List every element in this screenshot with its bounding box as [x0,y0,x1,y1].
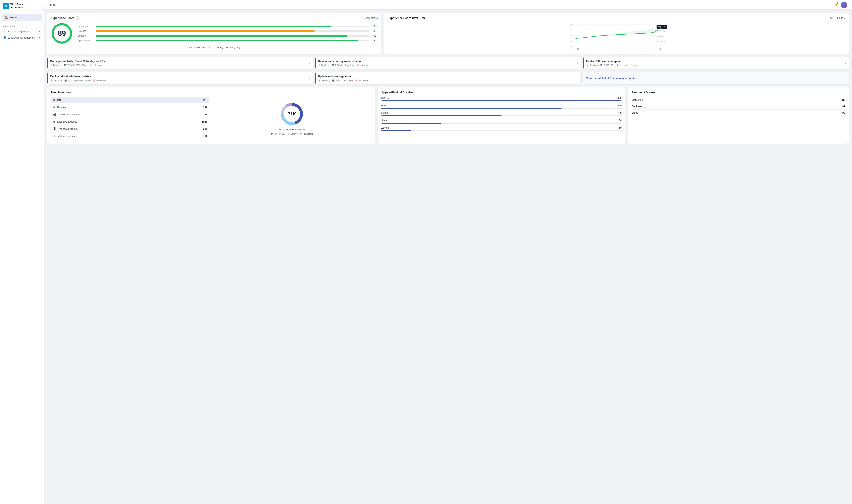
sidebar-item-employee-engagement[interactable]: 👤 Employee Engagement ▾ [0,35,44,41]
experience-score-info-icon[interactable]: i [76,16,79,20]
donut-center-label: 71K [288,111,296,116]
notification-icon[interactable]: 🔔 [834,3,838,6]
fleet-mgmt-chevron: ▾ [39,30,41,33]
action-tag-0c-icon: 📈 [90,64,92,67]
action-card-4[interactable]: Update antivirus signature 🔒Security 💻2,… [315,72,580,85]
sidebar: hp WorkforceExperience 🏠 Home Modules 🖥 … [0,0,44,504]
action-tag-2b-icon: 💻 [600,64,603,67]
crash-row-1: Edge 300 [381,104,622,109]
experience-score-header: Experience Score i View details [51,16,378,20]
employee-eng-chevron: ▾ [39,36,41,39]
action-card-2[interactable]: Enable BitLocker encryption 🔒Devices 💻9,… [583,57,849,69]
action-arrow-4: › [577,77,577,79]
svg-text:20: 20 [570,46,572,48]
time-range-dropdown[interactable]: Last 24 hours ▾ [829,17,845,19]
hp-logo-icon: hp [3,3,9,9]
fleet-item-0[interactable]: 🖥 PCs 71K [51,97,209,103]
crashes-title: Apps with Most Crashes [381,91,414,94]
breadcrumb: Home [49,3,56,6]
dropdown-chevron: ▾ [844,17,845,19]
fleet-item-2[interactable]: 📹 Conference devices 5k [51,111,209,118]
action-card-1[interactable]: Review early battery wear detection 🖥Dev… [315,57,581,69]
svg-text:3/30: 3/30 [575,48,579,50]
action-title-3: Deploy critical Windows updates [50,75,310,78]
experience-score-card: Experience Score i View details 89 [47,13,381,54]
logo-area: hp WorkforceExperience [0,0,44,12]
crash-label-0: MS Excel [381,97,392,100]
sidebar-collapse-button[interactable]: ‹ [41,4,46,9]
action-title-2: Enable BitLocker encryption [586,59,846,62]
action-card-0[interactable]: Boost productivity: Smart Refresh your P… [47,57,313,69]
donut-lenovo-dot [288,133,290,134]
home-icon: 🏠 [5,16,8,19]
fleet-list: 🖥 PCs 71K 🖨 Printers 2.9k [51,97,209,140]
score-body: 89 Sentiment 86 › Device [51,22,378,44]
score-bars: Sentiment 86 › Devices 8 [78,25,378,42]
fleet-item-5[interactable]: ☁️ Virtual machines 12 [51,133,209,139]
fleet-mgmt-label: Fleet Management [7,30,29,33]
action-tag-4c-icon: 📈 [356,79,359,82]
donut-legend: HP Dell Lenovo [271,132,313,135]
sentiment-row-0: Marketing 86 [631,97,845,103]
action-tag-3c-icon: 📈 [93,79,96,82]
score-bar-security: Security 92 › [78,34,378,37]
fleet-title: Fleet Inventory [51,91,71,94]
score-over-time-header: Experience Score Over Time Last 24 hours… [388,16,846,20]
action-arrow-0: › [309,61,310,65]
svg-text:Fair (60-79): Fair (60-79) [656,35,665,37]
action-meta-4: 🔒Security 💻2,875 | 4% of fleet 📈+ 2 scor… [318,79,577,82]
security-arrow[interactable]: › [377,35,378,37]
sentiment-row-1: Engineering 92 [631,103,845,110]
sidebar-home-label: Home [10,16,17,19]
actions-row-2: Deploy critical Windows updates 🔒Securit… [47,72,849,85]
sidebar-item-fleet-management[interactable]: 🖥 Fleet Management ▾ [0,29,44,35]
sentiment-list: Marketing 86 Engineering 92 Sales 80 [631,97,845,116]
crash-row-3: Slack 100 [381,119,622,124]
sentiment-title: Sentiment Scores [631,91,655,94]
user-avatar[interactable] [841,2,847,8]
action-tag-3-icon: 🔒 [50,79,53,82]
fleet-inventory-card: Fleet Inventory 🖥 PCs 71K [47,87,375,144]
action-tag-1b-icon: 💻 [331,64,334,67]
action-tag-0-icon: 🖥 [50,64,52,67]
view-all-actions-card[interactable]: View the full list of Recommended Action… [583,72,849,85]
crashes-list: MS Excel 400 Edge 300 [381,97,622,131]
action-meta-0: 🖥Devices 💻15,100 | 21% of fleet 📈+ 8 sco… [50,64,310,67]
crashes-header: Apps with Most Crashes [381,91,622,94]
fleet-label-pcs: PCs [57,98,62,102]
experience-score-title: Experience Score i [51,16,79,20]
fleet-item-3[interactable]: 🖥 Displays & docks 102k [51,119,209,125]
action-card-3[interactable]: Deploy critical Windows updates 🔒Securit… [47,72,313,85]
action-tag-2c-icon: 📈 [625,64,628,67]
score-legend: Great (85-100) Fair (55-84) Poor (0-54) [51,47,378,49]
employee-eng-label: Employee Engagement [8,36,35,39]
sentiment-header: Sentiment Scores [631,91,845,94]
action-arrow-3: › [309,77,310,79]
fleet-item-4[interactable]: 📱 Phones & tablets 21k [51,126,209,132]
action-tag-4b-icon: 💻 [332,79,335,82]
legend-fair-dot [209,47,210,49]
sentiment-arrow[interactable]: › [377,25,378,28]
fleet-val-pcs: 71K [203,98,207,102]
applications-arrow[interactable]: › [377,40,378,42]
action-tag-4-icon: 🔒 [318,79,321,82]
topbar: Home 🔔 [44,0,852,10]
line-chart-area: 100 80 60 40 20 3/30 4/1 [388,22,846,50]
view-details-link[interactable]: View details [365,17,378,19]
sidebar-item-home[interactable]: 🏠 Home [2,14,42,21]
devices-arrow[interactable]: › [377,30,378,32]
svg-point-19 [660,27,661,29]
svg-text:Poor (0-59): Poor (0-59) [657,41,665,43]
fleet-icon-pcs: 🖥 [53,98,56,102]
crash-row-4: ZScalar 50 [381,126,622,131]
score-over-time-card: Experience Score Over Time Last 24 hours… [384,13,849,54]
donut-chart: 71K [280,102,304,126]
fleet-item-1[interactable]: 🖨 Printers 2.9k [51,104,209,110]
sentiment-row-2: Sales 80 [631,110,845,116]
action-arrow-2: › [845,61,846,65]
score-bar-applications: Applications 96 › [78,39,378,42]
action-meta-3: 🔒Security 💻45,435 | 64% of update 📈+ 6 s… [50,79,310,82]
svg-text:40: 40 [570,40,572,42]
action-arrow-1: › [577,61,578,65]
sidebar-nav: 🏠 Home [0,12,44,23]
